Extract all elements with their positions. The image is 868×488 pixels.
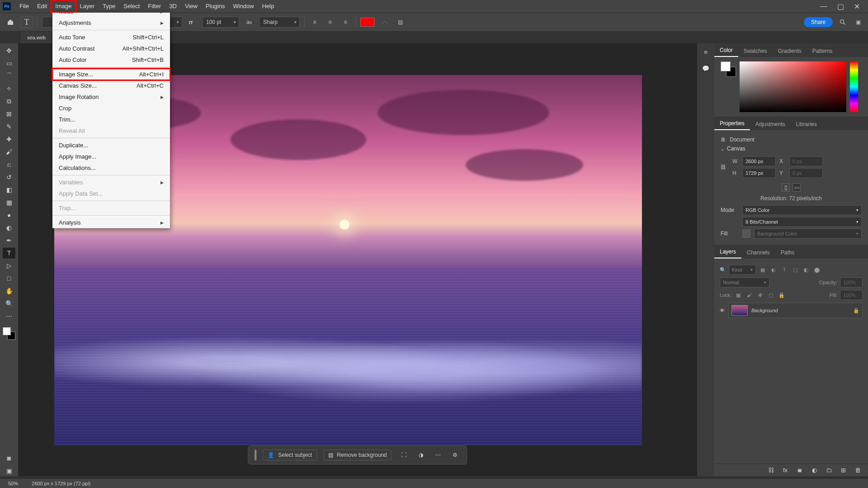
antialias-select[interactable]: Sharp bbox=[259, 17, 300, 28]
menu-type[interactable]: Type bbox=[99, 0, 119, 13]
tab-gradients[interactable]: Gradients bbox=[773, 45, 807, 57]
eyedropper-tool-icon[interactable]: ✎ bbox=[3, 121, 15, 132]
image-menu-duplicate[interactable]: Duplicate... bbox=[52, 140, 170, 151]
lock-pixels-icon[interactable]: ▦ bbox=[734, 291, 742, 299]
width-input[interactable]: 2600 px bbox=[742, 156, 776, 166]
workspace-icon[interactable]: ▣ bbox=[853, 17, 863, 28]
zoom-level[interactable]: 50% bbox=[8, 481, 18, 486]
filter-pixel-icon[interactable]: ▦ bbox=[759, 266, 767, 274]
height-input[interactable]: 1729 px bbox=[742, 168, 776, 178]
filter-toggle-icon[interactable]: ⬤ bbox=[813, 266, 821, 274]
select-subject-button[interactable]: 👤 Select subject bbox=[263, 450, 317, 460]
quickmask-icon[interactable]: ◙ bbox=[3, 453, 15, 464]
bit-depth-select[interactable]: 8 Bits/Channel bbox=[742, 217, 862, 227]
remove-background-button[interactable]: ▧ Remove background bbox=[323, 450, 392, 460]
tab-swatches[interactable]: Swatches bbox=[738, 45, 773, 57]
image-menu-auto-color[interactable]: Auto ColorShift+Ctrl+B bbox=[52, 54, 170, 66]
fx-icon[interactable]: fx bbox=[781, 466, 789, 474]
image-menu-apply-image[interactable]: Apply Image... bbox=[52, 151, 170, 162]
font-size-select[interactable]: 100 pt bbox=[202, 17, 239, 28]
align-left-icon[interactable]: ≡ bbox=[309, 17, 320, 28]
delete-layer-icon[interactable]: 🗑 bbox=[854, 466, 862, 474]
search-icon[interactable] bbox=[837, 17, 848, 28]
paragraph-panel-icon[interactable]: ▤ bbox=[395, 17, 406, 28]
maximize-icon[interactable]: ▢ bbox=[837, 2, 844, 11]
layer-row-background[interactable]: Background 🔒 bbox=[728, 303, 863, 318]
image-menu-canvas-size[interactable]: Canvas Size...Alt+Ctrl+C bbox=[52, 80, 170, 91]
color-fg-bg[interactable] bbox=[721, 61, 736, 77]
image-menu-auto-tone[interactable]: Auto ToneShift+Ctrl+L bbox=[52, 32, 170, 43]
layer-visibility-icon[interactable]: 👁 bbox=[720, 308, 725, 313]
filter-type-icon[interactable]: T bbox=[780, 266, 788, 274]
share-button[interactable]: Share bbox=[804, 17, 833, 27]
image-menu-crop[interactable]: Crop bbox=[52, 103, 170, 114]
color-picker[interactable] bbox=[740, 61, 846, 112]
blur-tool-icon[interactable]: ● bbox=[3, 210, 15, 221]
tab-color[interactable]: Color bbox=[714, 44, 738, 57]
lock-position-icon[interactable]: ✥ bbox=[756, 291, 764, 299]
filter-shape-icon[interactable]: ▢ bbox=[791, 266, 799, 274]
filter-smart-icon[interactable]: ◧ bbox=[802, 266, 810, 274]
shape-tool-icon[interactable]: □ bbox=[3, 273, 15, 284]
path-select-icon[interactable]: ▷ bbox=[3, 260, 15, 271]
menu-help[interactable]: Help bbox=[258, 0, 278, 13]
menu-layer[interactable]: Layer bbox=[76, 0, 99, 13]
history-panel-icon[interactable]: ≡ bbox=[701, 47, 711, 57]
menu-file[interactable]: File bbox=[15, 0, 33, 13]
orientation-landscape-icon[interactable]: ▭ bbox=[793, 183, 801, 192]
y-input[interactable]: 0 px bbox=[789, 168, 823, 178]
active-tool-type-icon[interactable]: T bbox=[21, 16, 33, 28]
crop-tool-icon[interactable]: ⧉ bbox=[3, 96, 15, 107]
hand-tool-icon[interactable]: ✋ bbox=[3, 286, 15, 296]
blend-mode-select[interactable]: Normal bbox=[720, 277, 769, 287]
tab-layers[interactable]: Layers bbox=[714, 246, 741, 258]
new-layer-icon[interactable]: ⊞ bbox=[839, 466, 847, 474]
lock-all-icon[interactable]: 🔒 bbox=[778, 291, 786, 299]
group-icon[interactable]: 🗀 bbox=[825, 466, 833, 474]
dodge-tool-icon[interactable]: ◐ bbox=[3, 222, 15, 233]
align-center-icon[interactable]: ≡ bbox=[325, 17, 335, 28]
home-icon[interactable] bbox=[5, 16, 16, 28]
hue-slider[interactable] bbox=[850, 61, 858, 112]
image-menu-image-rotation[interactable]: Image Rotation bbox=[52, 91, 170, 103]
document-tab[interactable]: sea.web bbox=[21, 32, 52, 43]
image-menu-auto-contrast[interactable]: Auto ContrastAlt+Shift+Ctrl+L bbox=[52, 43, 170, 54]
orientation-portrait-icon[interactable]: ▯ bbox=[782, 183, 790, 192]
layer-filter-select[interactable]: Kind bbox=[729, 265, 756, 275]
menu-plugins[interactable]: Plugins bbox=[202, 0, 229, 13]
fg-bg-swatches[interactable] bbox=[3, 327, 15, 340]
screenmode-icon[interactable]: ▣ bbox=[3, 465, 15, 476]
text-color-swatch[interactable] bbox=[360, 18, 375, 27]
tab-adjustments[interactable]: Adjustments bbox=[750, 118, 791, 130]
comments-panel-icon[interactable]: 💬 bbox=[701, 63, 711, 73]
image-menu-analysis[interactable]: Analysis bbox=[52, 217, 170, 228]
tab-libraries[interactable]: Libraries bbox=[791, 118, 822, 130]
tab-channels[interactable]: Channels bbox=[741, 247, 775, 258]
image-menu-trim[interactable]: Trim... bbox=[52, 114, 170, 125]
color-mode-select[interactable]: RGB Color bbox=[742, 205, 862, 215]
link-layers-icon[interactable]: ⛓ bbox=[767, 466, 775, 474]
filter-adjust-icon[interactable]: ◐ bbox=[769, 266, 778, 274]
tab-paths[interactable]: Paths bbox=[775, 247, 800, 258]
fill-select[interactable]: Background Color bbox=[754, 229, 862, 239]
type-tool-icon[interactable]: T bbox=[3, 248, 15, 258]
move-tool-icon[interactable]: ✥ bbox=[3, 45, 15, 56]
brush-tool-icon[interactable]: 🖌 bbox=[3, 146, 15, 157]
lasso-tool-icon[interactable]: ⌒ bbox=[3, 70, 15, 81]
layer-thumbnail[interactable] bbox=[731, 305, 748, 316]
adjust-icon[interactable]: ◑ bbox=[415, 450, 426, 460]
image-menu-calculations[interactable]: Calculations... bbox=[52, 162, 170, 174]
layer-locked-icon[interactable]: 🔒 bbox=[853, 308, 859, 314]
eraser-tool-icon[interactable]: ◧ bbox=[3, 184, 15, 195]
image-menu-mode[interactable]: Mode bbox=[52, 13, 170, 17]
menu-view[interactable]: View bbox=[181, 0, 202, 13]
wand-tool-icon[interactable]: ✧ bbox=[3, 83, 15, 94]
menu-filter[interactable]: Filter bbox=[144, 0, 165, 13]
link-dims-icon[interactable]: ⛓ bbox=[721, 164, 726, 170]
image-menu-adjustments[interactable]: Adjustments bbox=[52, 17, 170, 28]
lock-brush-icon[interactable]: 🖌 bbox=[745, 291, 753, 299]
warp-text-icon[interactable] bbox=[379, 17, 390, 28]
minimize-icon[interactable]: — bbox=[820, 2, 827, 11]
lock-artboard-icon[interactable]: ▢ bbox=[767, 291, 775, 299]
image-menu-image-size[interactable]: Image Size...Alt+Ctrl+I bbox=[52, 69, 170, 80]
